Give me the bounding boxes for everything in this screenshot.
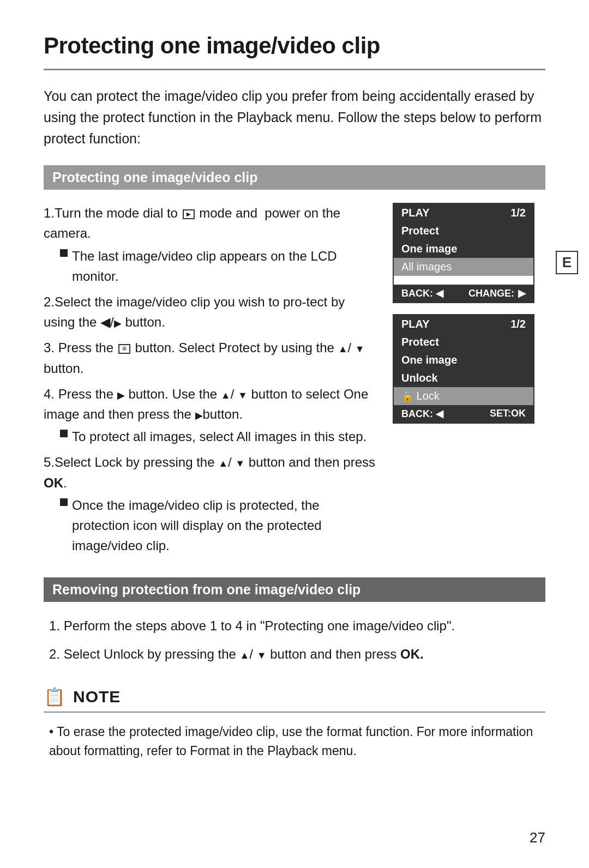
note-section: 📋 NOTE • To erase the protected image/vi…	[44, 686, 545, 760]
screen1-row-oneimage: One image	[394, 240, 533, 258]
screens-column: PLAY 1/2 Protect One image All images BA…	[393, 203, 545, 561]
content-area: 1.Turn the mode dial to mode and power o…	[44, 203, 545, 561]
back-label: BACK:	[401, 288, 436, 299]
step2-text: 2.Select the image/video clip you wish t…	[44, 292, 376, 332]
step1-sub: The last image/video clip appears on the…	[60, 246, 376, 286]
screen2-footer: BACK: SET:OK	[394, 405, 533, 423]
screen2-row-protect: Protect	[394, 333, 533, 351]
change-arrow	[517, 288, 526, 299]
title-divider	[44, 69, 545, 70]
step4-sub-text: To protect all images, select All images…	[72, 426, 366, 447]
step5-sub: Once the image/video clip is protected, …	[60, 495, 376, 556]
screen2-header-left: PLAY	[401, 318, 430, 330]
screen1-row-protect: Protect	[394, 222, 533, 240]
step4-text: 4. Press the ▶ button. Use the ▲/ ▼ butt…	[44, 384, 376, 424]
page-title: Protecting one image/video clip	[44, 33, 545, 59]
screen1-change: CHANGE:	[468, 287, 526, 299]
note-text: • To erase the protected image/video cli…	[49, 722, 545, 760]
step-3: 3. Press the button. Select Protect by u…	[44, 337, 376, 378]
screen1-back: BACK:	[401, 287, 444, 299]
removing-step1: 1. Perform the steps above 1 to 4 in "Pr…	[49, 615, 545, 637]
step3-text: 3. Press the button. Select Protect by u…	[44, 337, 376, 378]
step-1: 1.Turn the mode dial to mode and power o…	[44, 203, 376, 286]
button-and-text: button and	[270, 647, 332, 661]
back-arrow-2	[436, 408, 444, 419]
screen1-footer: BACK: CHANGE:	[394, 285, 533, 302]
step4-sub: To protect all images, select All images…	[60, 426, 376, 447]
screen2-header-right: 1/2	[510, 318, 526, 330]
screen2-header: PLAY 1/2	[394, 315, 533, 333]
e-label: E	[556, 251, 578, 274]
camera-screen-2: PLAY 1/2 Protect One image Unlock 🔒 Lock…	[393, 314, 534, 424]
screen2-setok: SET:OK	[490, 408, 526, 420]
screen2-row-lock: 🔒 Lock	[394, 387, 533, 405]
camera-screen-1: PLAY 1/2 Protect One image All images BA…	[393, 203, 534, 303]
screen2-row-oneimage: One image	[394, 351, 533, 369]
screen1-header: PLAY 1/2	[394, 204, 533, 222]
step-5: 5.Select Lock by pressing the ▲/ ▼ butto…	[44, 452, 376, 556]
bullet-icon-2	[60, 430, 68, 437]
note-icon: 📋	[44, 686, 65, 707]
to-text: to	[221, 618, 232, 633]
step1-sub-text: The last image/video clip appears on the…	[72, 246, 376, 286]
screen1-row-allimages: All images	[394, 258, 533, 276]
menu-icon	[118, 344, 130, 354]
bullet-icon	[60, 249, 68, 257]
section2-header: Removing protection from one image/video…	[44, 577, 545, 602]
note-title: NOTE	[73, 688, 121, 706]
section1-header: Protecting one image/video clip	[44, 165, 545, 190]
step-4: 4. Press the ▶ button. Use the ▲/ ▼ butt…	[44, 384, 376, 447]
steps-column: 1.Turn the mode dial to mode and power o…	[44, 203, 376, 561]
step5-text: 5.Select Lock by pressing the ▲/ ▼ butto…	[44, 452, 376, 492]
screen1-header-right: 1/2	[510, 207, 526, 219]
step1-text: 1.Turn the mode dial to mode and power o…	[44, 203, 376, 243]
removing-steps: 1. Perform the steps above 1 to 4 in "Pr…	[49, 615, 545, 665]
page-number: 27	[530, 829, 545, 846]
step-2: 2.Select the image/video clip you wish t…	[44, 292, 376, 332]
note-header: 📋 NOTE	[44, 686, 545, 707]
play-mode-icon	[183, 209, 195, 219]
screen2-back: BACK:	[401, 408, 444, 420]
intro-paragraph: You can protect the image/video clip you…	[44, 86, 545, 149]
screen1-spacer	[394, 276, 533, 285]
removing-step2: 2. Select Unlock by pressing the ▲/ ▼ bu…	[49, 643, 545, 665]
section2: Removing protection from one image/video…	[44, 577, 545, 665]
step5-sub-text: Once the image/video clip is protected, …	[72, 495, 376, 556]
back-arrow	[436, 288, 444, 299]
note-divider	[44, 712, 545, 713]
screen1-header-left: PLAY	[401, 207, 430, 219]
bullet-icon-3	[60, 498, 68, 506]
back-label-2: BACK:	[401, 408, 436, 419]
screen2-row-unlock: Unlock	[394, 369, 533, 387]
lock-icon: 🔒	[401, 390, 413, 402]
change-label: CHANGE:	[468, 288, 517, 299]
